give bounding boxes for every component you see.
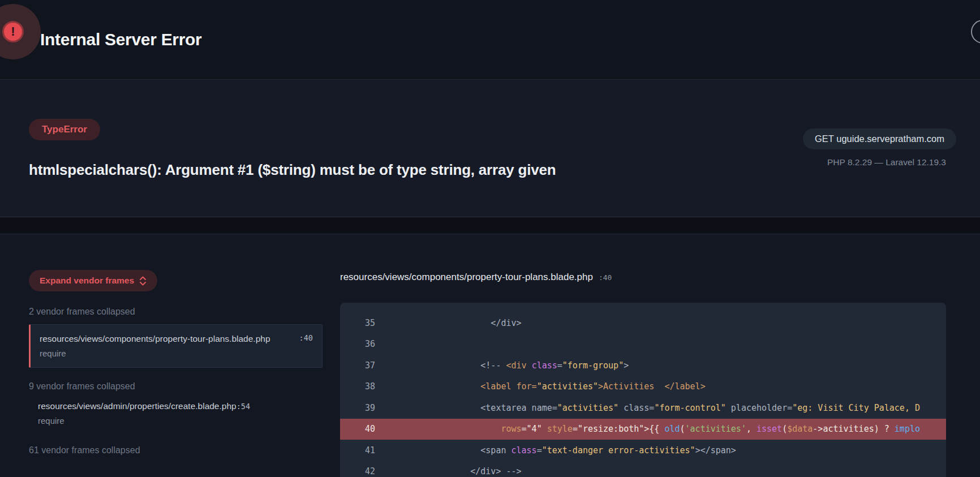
stack-frame[interactable]: resources/views/admin/properties/create.…	[29, 399, 323, 428]
line-code: <span class="text-danger error-activitie…	[429, 445, 736, 455]
code-line-37: 37 <!-- <div class="form-group">	[340, 355, 946, 376]
frame-line-number: :40	[299, 333, 313, 342]
settings-button-partial[interactable]	[971, 20, 980, 44]
header: ! Internal Server Error	[0, 0, 980, 80]
code-line-40: 40 rows="4" style="resize:both">{{ old('…	[340, 419, 946, 440]
error-message: htmlspecialchars(): Argument #1 ($string…	[29, 161, 708, 179]
page-title: Internal Server Error	[40, 30, 202, 49]
frame-file-path: resources/views/components/property-tour…	[40, 332, 306, 346]
line-number: 40	[355, 424, 375, 434]
line-number: 35	[355, 318, 375, 328]
frame-file-path: resources/views/admin/properties/create.…	[38, 401, 237, 411]
code-line-42: 42 </div> -->	[340, 461, 946, 477]
exclamation-circle-icon: !	[2, 21, 24, 42]
chevrons-up-down-icon	[139, 276, 147, 286]
code-viewer: resources/views/components/property-tour…	[340, 234, 946, 477]
code-file-header: resources/views/components/property-tour…	[340, 272, 946, 283]
line-code: </div> -->	[429, 466, 522, 476]
code-line-38: 38 <label for="activities">Activities </…	[340, 376, 946, 398]
code-panel[interactable]: 35 </div>3637 <!-- <div class="form-grou…	[340, 303, 946, 477]
exception-type-badge[interactable]: TypeError	[29, 119, 100, 140]
request-pill[interactable]: GET uguide.servepratham.com	[803, 128, 956, 149]
line-code: <textarea name="activities" class="form-…	[429, 403, 920, 413]
frame-line-number: :54	[237, 402, 250, 411]
line-number: 38	[355, 381, 375, 392]
stack-trace-panel: Expand vendor frames 2 vendor frames col…	[29, 234, 323, 463]
code-line-41: 41 <span class="text-danger error-activi…	[340, 440, 946, 461]
section-divider	[0, 217, 980, 234]
line-number: 37	[355, 360, 375, 371]
stack-frame[interactable]: resources/views/components/property-tour…	[29, 324, 323, 368]
frame-method: require	[38, 414, 313, 428]
line-code: <label for="activities">Activities </lab…	[429, 381, 706, 392]
line-number: 42	[355, 466, 375, 476]
request-info-block: GET uguide.servepratham.com PHP 8.2.29 —…	[803, 128, 956, 167]
code-line-36: 36	[340, 334, 946, 355]
code-file-path: resources/views/components/property-tour…	[340, 272, 593, 282]
line-number: 41	[355, 445, 375, 455]
main-content: Expand vendor frames 2 vendor frames col…	[0, 234, 980, 477]
line-number: 39	[355, 403, 375, 413]
line-code: <!-- <div class="form-group">	[429, 360, 629, 371]
frame-method: require	[40, 346, 314, 360]
line-number: 36	[355, 339, 375, 349]
code-line-39: 39 <textarea name="activities" class="fo…	[340, 397, 946, 419]
error-summary: TypeError htmlspecialchars(): Argument #…	[0, 80, 980, 217]
vendor-frames-collapsed-label: 61 vendor frames collapsed	[29, 445, 323, 455]
expand-vendor-frames-label: Expand vendor frames	[40, 276, 134, 286]
environment-info: PHP 8.2.29 — Laravel 12.19.3	[803, 157, 946, 167]
vendor-frames-collapsed-label: 2 vendor frames collapsed	[29, 307, 323, 317]
vendor-frames-collapsed-label: 9 vendor frames collapsed	[29, 381, 323, 392]
line-code: </div>	[429, 318, 522, 328]
expand-vendor-frames-button[interactable]: Expand vendor frames	[29, 270, 157, 291]
code-file-line: :40	[599, 273, 612, 282]
line-code: rows="4" style="resize:both">{{ old('act…	[429, 424, 920, 434]
error-alert-glow: !	[0, 4, 41, 59]
stack-frame-list: 2 vendor frames collapsedresources/views…	[29, 307, 323, 455]
code-line-35: 35 </div>	[340, 312, 946, 334]
